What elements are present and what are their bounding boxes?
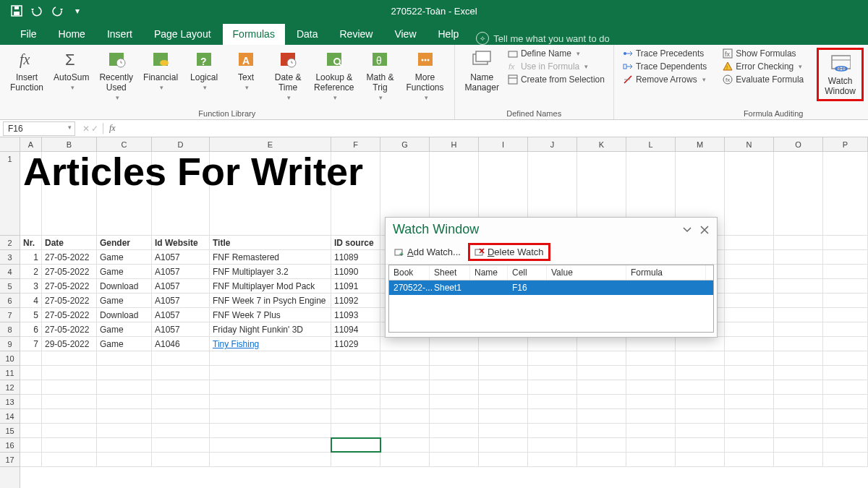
cell[interactable] [97,409,152,423]
cell[interactable] [725,322,774,336]
cell[interactable] [774,380,823,394]
cell[interactable] [430,438,479,452]
trace-dependents-button[interactable]: Trace Dependents [620,61,710,72]
cell[interactable] [479,337,528,351]
watch-window-dialog[interactable]: Watch Window +Add Watch... Delete Watch … [385,217,718,338]
cell[interactable] [97,366,152,380]
cell[interactable]: A1046 [152,337,210,351]
cell[interactable] [331,380,380,394]
cell[interactable] [331,409,380,423]
cell[interactable]: A1057 [152,250,210,264]
cell[interactable] [823,409,868,423]
cell[interactable] [528,453,577,466]
cell[interactable] [676,395,725,408]
create-from-selection-button[interactable]: Create from Selection [505,74,608,85]
header-cell[interactable]: Date [42,236,97,249]
cell[interactable]: 27-05-2022 [42,279,97,293]
cell[interactable] [774,351,823,365]
cell[interactable]: 29-05-2022 [42,337,97,351]
watch-window-button[interactable]: Watch Window [817,48,864,101]
cell[interactable] [210,380,331,394]
name-box[interactable]: F16 [3,121,75,136]
cell[interactable] [42,380,97,394]
cell[interactable] [20,366,42,380]
fx-button[interactable]: fx [103,123,122,134]
col-header-O[interactable]: O [774,137,823,151]
cell[interactable] [823,453,868,466]
header-cell[interactable]: Id Website [152,236,210,249]
cell[interactable]: 27-05-2022 [42,250,97,264]
cell[interactable] [774,250,823,264]
cell[interactable]: FNF Remastered [210,250,331,264]
cell[interactable] [528,351,577,365]
cell[interactable]: Game [97,337,152,351]
cell[interactable]: Download [97,308,152,322]
cell[interactable] [725,250,774,264]
date-time-button[interactable]: Date & Time [268,48,308,104]
cell[interactable] [823,279,868,293]
cell[interactable] [210,409,331,423]
cell[interactable] [20,395,42,408]
cell[interactable] [823,366,868,380]
header-cell[interactable] [774,236,823,249]
cell[interactable] [430,351,479,365]
cell[interactable] [152,409,210,423]
watch-col-header[interactable]: Formula [626,265,706,280]
col-header-P[interactable]: P [823,137,868,151]
tab-review[interactable]: Review [330,24,383,45]
cell[interactable] [210,395,331,408]
cell[interactable]: 6 [20,322,42,336]
cell[interactable] [774,395,823,408]
cell[interactable]: 27-05-2022 [42,294,97,307]
cell[interactable] [42,395,97,408]
col-header-N[interactable]: N [725,137,774,151]
formula-input[interactable] [122,121,868,136]
header-cell[interactable]: ID source [331,236,380,249]
cell[interactable] [577,380,626,394]
cell[interactable] [577,395,626,408]
row-header-17[interactable]: 17 [0,453,20,467]
cell[interactable] [528,337,577,351]
row-header-15[interactable]: 15 [0,424,20,438]
financial-button[interactable]: Financial [139,48,182,94]
cell[interactable] [528,424,577,437]
undo-icon[interactable] [27,1,46,20]
cell[interactable] [331,395,380,408]
cell[interactable] [774,438,823,452]
watch-col-header[interactable]: Name [470,265,508,280]
cell[interactable] [152,351,210,365]
cell[interactable] [479,424,528,437]
cell[interactable] [479,409,528,423]
cell[interactable] [577,366,626,380]
cell[interactable] [626,409,676,423]
add-watch-button[interactable]: +Add Watch... [390,243,465,261]
cell[interactable] [823,294,868,307]
row-header-1[interactable]: 1 [0,152,20,236]
cell[interactable] [479,395,528,408]
redo-icon[interactable] [48,1,67,20]
cell[interactable] [823,308,868,322]
cell[interactable] [430,424,479,437]
cell[interactable] [676,366,725,380]
cell[interactable] [97,351,152,365]
close-icon[interactable] [699,225,710,235]
cell[interactable]: Friday Night Funkin' 3D [210,322,331,336]
cell[interactable] [479,438,528,452]
evaluate-formula-button[interactable]: fxEvaluate Formula [720,74,807,85]
header-cell[interactable]: Title [210,236,331,249]
cell[interactable] [725,409,774,423]
cell[interactable] [42,438,97,452]
cell[interactable] [676,337,725,351]
cell[interactable] [152,366,210,380]
cell[interactable] [528,438,577,452]
cell[interactable] [725,395,774,408]
cell[interactable] [725,265,774,278]
cell[interactable] [430,380,479,394]
cell[interactable] [152,380,210,394]
cell[interactable] [626,380,676,394]
cell[interactable]: 5 [20,308,42,322]
cell[interactable] [774,294,823,307]
cell[interactable] [725,294,774,307]
row-header-14[interactable]: 14 [0,409,20,424]
row-header-16[interactable]: 16 [0,438,20,453]
